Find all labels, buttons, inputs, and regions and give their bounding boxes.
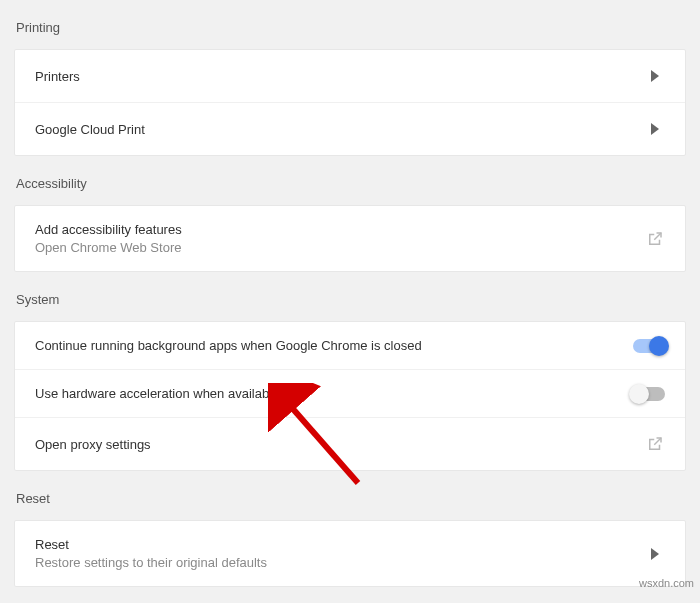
- reset-row[interactable]: Reset Restore settings to their original…: [15, 521, 685, 586]
- google-cloud-print-row[interactable]: Google Cloud Print: [15, 103, 685, 155]
- chevron-right-icon: [645, 544, 665, 564]
- hardware-accel-toggle[interactable]: [633, 387, 665, 401]
- reset-card: Reset Restore settings to their original…: [14, 520, 686, 587]
- cloud-print-label: Google Cloud Print: [35, 122, 145, 137]
- system-card: Continue running background apps when Go…: [14, 321, 686, 471]
- chevron-right-icon: [645, 119, 665, 139]
- background-apps-label: Continue running background apps when Go…: [35, 338, 422, 353]
- proxy-settings-label: Open proxy settings: [35, 437, 151, 452]
- printing-card: Printers Google Cloud Print: [14, 49, 686, 156]
- external-link-icon: [645, 229, 665, 249]
- section-header-reset: Reset: [14, 471, 686, 520]
- printers-row[interactable]: Printers: [15, 50, 685, 103]
- accessibility-card: Add accessibility features Open Chrome W…: [14, 205, 686, 272]
- reset-sub: Restore settings to their original defau…: [35, 555, 267, 570]
- watermark-text: wsxdn.com: [639, 577, 694, 589]
- section-header-system: System: [14, 272, 686, 321]
- add-accessibility-sub: Open Chrome Web Store: [35, 240, 182, 255]
- external-link-icon: [645, 434, 665, 454]
- section-header-accessibility: Accessibility: [14, 156, 686, 205]
- section-header-printing: Printing: [14, 0, 686, 49]
- proxy-settings-row[interactable]: Open proxy settings: [15, 418, 685, 470]
- hardware-accel-label: Use hardware acceleration when available: [35, 386, 279, 401]
- background-apps-toggle[interactable]: [633, 339, 665, 353]
- add-accessibility-row[interactable]: Add accessibility features Open Chrome W…: [15, 206, 685, 271]
- background-apps-row[interactable]: Continue running background apps when Go…: [15, 322, 685, 370]
- printers-label: Printers: [35, 69, 80, 84]
- reset-title: Reset: [35, 537, 267, 552]
- add-accessibility-title: Add accessibility features: [35, 222, 182, 237]
- chevron-right-icon: [645, 66, 665, 86]
- hardware-accel-row[interactable]: Use hardware acceleration when available: [15, 370, 685, 418]
